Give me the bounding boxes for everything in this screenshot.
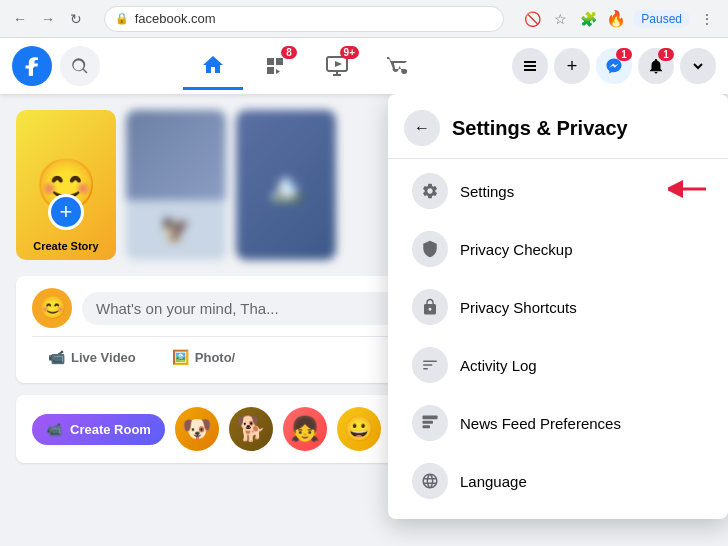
browser-chrome: ← → ↻ 🔒 facebook.com 🚫 ☆ 🧩 🔥 Paused ⋮ <box>0 0 728 38</box>
language-label: Language <box>460 473 527 490</box>
live-label: Live Video <box>71 350 136 365</box>
refresh-button[interactable]: ↻ <box>66 9 86 29</box>
forward-button[interactable]: → <box>38 9 58 29</box>
dropdown-header: ← Settings & Privacy <box>388 94 728 154</box>
settings-label: Settings <box>460 183 514 200</box>
svg-rect-5 <box>423 416 438 420</box>
dropdown-title: Settings & Privacy <box>452 117 628 140</box>
lock-icon: 🔒 <box>115 12 129 25</box>
back-button[interactable]: ← <box>404 110 440 146</box>
dropdown-divider <box>388 158 728 159</box>
settings-red-arrow <box>668 178 708 204</box>
settings-privacy-dropdown: ← Settings & Privacy Settings <box>388 94 728 519</box>
extensions-icon[interactable]: 🧩 <box>577 8 599 30</box>
create-room-button[interactable]: 📹 Create Room <box>32 414 165 445</box>
live-video-button[interactable]: 📹 Live Video <box>32 343 152 371</box>
photo-icon: 🖼️ <box>172 349 189 365</box>
main-content: 😊 + Create Story 🦅 🏔️ 😊 What's on your <box>0 94 728 546</box>
activity-log-label: Activity Log <box>460 357 537 374</box>
main-nav: 8 9+ <box>108 42 504 90</box>
settings-item[interactable]: Settings <box>396 163 720 219</box>
bell-badge: 1 <box>658 48 674 61</box>
create-room-icon: 📹 <box>46 422 62 437</box>
pages-badge: 8 <box>281 46 297 59</box>
story-img-2: 🦅 <box>126 110 226 260</box>
add-button[interactable]: + <box>554 48 590 84</box>
search-button[interactable] <box>60 46 100 86</box>
url-text: facebook.com <box>135 11 216 26</box>
facebook-logo[interactable] <box>12 46 52 86</box>
story-card-3[interactable]: 🏔️ <box>236 110 336 260</box>
activity-log-item[interactable]: Activity Log <box>396 337 720 393</box>
paused-badge: Paused <box>633 10 690 28</box>
photo-button[interactable]: 🖼️ Photo/ <box>156 343 251 371</box>
privacy-checkup-label: Privacy Checkup <box>460 241 573 258</box>
star-icon[interactable]: ☆ <box>549 8 571 30</box>
settings-icon <box>412 173 448 209</box>
create-story-label: Create Story <box>16 240 116 252</box>
account-button[interactable] <box>680 48 716 84</box>
menu-button[interactable] <box>512 48 548 84</box>
friend-avatar-4[interactable]: 😀 <box>337 407 381 451</box>
facebook-header: 8 9+ + 1 <box>0 38 728 94</box>
language-item[interactable]: Language <box>396 453 720 509</box>
privacy-checkup-item[interactable]: Privacy Checkup <box>396 221 720 277</box>
story-card-2[interactable]: 🦅 <box>126 110 226 260</box>
browser-menu-icon[interactable]: ⋮ <box>696 8 718 30</box>
header-actions: + 1 1 <box>512 48 716 84</box>
photo-label: Photo/ <box>195 350 235 365</box>
messenger-button[interactable]: 1 <box>596 48 632 84</box>
activity-log-icon <box>412 347 448 383</box>
news-feed-icon <box>412 405 448 441</box>
notifications-button[interactable]: 1 <box>638 48 674 84</box>
privacy-checkup-icon <box>412 231 448 267</box>
create-story-card[interactable]: 😊 + Create Story <box>16 110 116 260</box>
create-story-plus[interactable]: + <box>48 194 84 230</box>
language-icon <box>412 463 448 499</box>
svg-rect-7 <box>423 425 431 428</box>
story-img-3: 🏔️ <box>236 110 336 260</box>
privacy-shortcuts-icon <box>412 289 448 325</box>
news-feed-item[interactable]: News Feed Preferences <box>396 395 720 451</box>
live-icon: 📹 <box>48 349 65 365</box>
friend-avatar-1[interactable]: 🐶 <box>175 407 219 451</box>
privacy-shortcuts-label: Privacy Shortcuts <box>460 299 577 316</box>
news-feed-label: News Feed Preferences <box>460 415 621 432</box>
watch-badge: 9+ <box>340 46 359 59</box>
nav-marketplace[interactable] <box>369 42 429 90</box>
nav-home[interactable] <box>183 42 243 90</box>
back-button[interactable]: ← <box>10 9 30 29</box>
privacy-shortcuts-item[interactable]: Privacy Shortcuts <box>396 279 720 335</box>
no-camera-icon: 🚫 <box>521 8 543 30</box>
svg-marker-2 <box>335 61 342 67</box>
create-room-label: Create Room <box>70 422 151 437</box>
nav-pages[interactable]: 8 <box>245 42 305 90</box>
nav-watch[interactable]: 9+ <box>307 42 367 90</box>
user-avatar: 😊 <box>32 288 72 328</box>
address-bar[interactable]: 🔒 facebook.com <box>104 6 504 32</box>
friend-avatar-3[interactable]: 👧 <box>283 407 327 451</box>
friend-avatar-2[interactable]: 🐕 <box>229 407 273 451</box>
story-emoji: 😊 <box>16 110 116 260</box>
svg-rect-6 <box>423 421 434 424</box>
browser-actions: 🚫 ☆ 🧩 🔥 Paused ⋮ <box>521 8 718 30</box>
profile-avatar[interactable]: 🔥 <box>605 8 627 30</box>
messenger-badge: 1 <box>616 48 632 61</box>
